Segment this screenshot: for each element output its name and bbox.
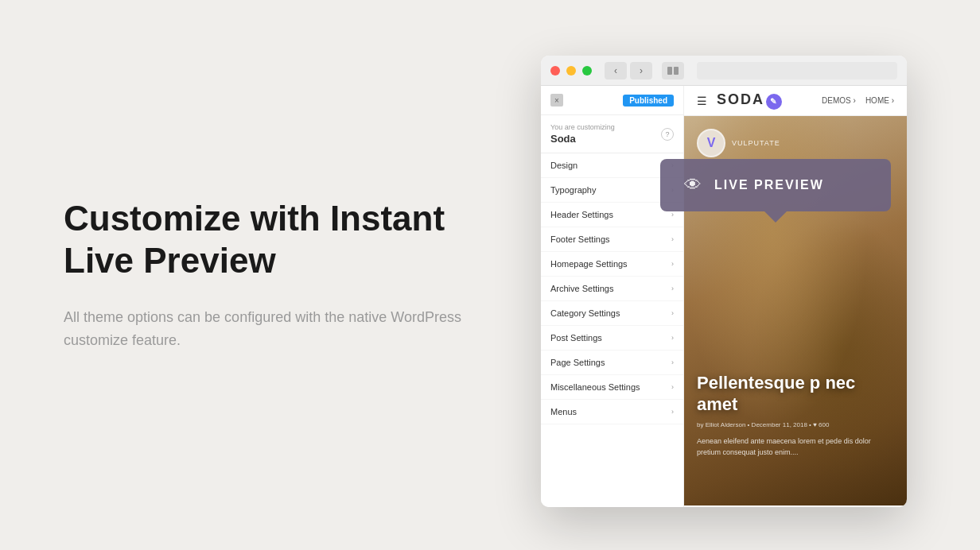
- hero-excerpt: Aenean eleifend ante maecena lorem et pe…: [697, 436, 894, 458]
- svg-rect-0: [667, 67, 672, 75]
- hamburger-icon[interactable]: ☰: [697, 95, 707, 107]
- left-section: Customize with Instant Live Preview All …: [0, 150, 541, 399]
- chevron-right-icon: ›: [671, 211, 674, 219]
- website-preview: ☰ SODA✎ DEMOS › HOME › V VULPUTATE: [684, 86, 907, 507]
- wp-navbar: ☰ SODA✎ DEMOS › HOME ›: [684, 86, 907, 116]
- nav-home[interactable]: HOME ›: [865, 96, 894, 105]
- svg-rect-1: [674, 67, 679, 75]
- live-preview-tooltip: 👁 LIVE PREVIEW: [660, 159, 891, 211]
- eye-icon: 👁: [684, 175, 702, 196]
- tooltip-label: LIVE PREVIEW: [714, 178, 824, 192]
- chevron-right-icon: ›: [671, 334, 674, 342]
- traffic-light-green[interactable]: [582, 66, 592, 76]
- published-badge: Published: [623, 95, 674, 107]
- split-view-button[interactable]: [662, 62, 684, 79]
- chevron-right-icon: ›: [671, 358, 674, 366]
- menu-item[interactable]: Category Settings ›: [541, 301, 683, 326]
- browser-nav-buttons: ‹ ›: [605, 62, 652, 79]
- chevron-right-icon: ›: [671, 235, 674, 243]
- menu-item-label: Design: [550, 161, 578, 170]
- menu-item-label: Header Settings: [550, 210, 613, 219]
- menu-item-label: Footer Settings: [550, 234, 610, 244]
- chevron-right-icon: ›: [671, 408, 674, 416]
- back-button[interactable]: ‹: [605, 62, 627, 79]
- menu-item[interactable]: Miscellaneous Settings ›: [541, 375, 683, 400]
- customizer-close-button[interactable]: ×: [550, 94, 563, 107]
- logo-icon: ✎: [766, 94, 782, 110]
- menu-item-label: Category Settings: [550, 308, 620, 318]
- avatar: V: [697, 129, 725, 157]
- chevron-right-icon: ›: [671, 309, 674, 317]
- nav-demos[interactable]: DEMOS ›: [822, 96, 856, 105]
- traffic-light-yellow[interactable]: [566, 66, 576, 76]
- help-button[interactable]: ?: [661, 128, 674, 141]
- hero-title: Pellentesque p nec amet: [697, 373, 894, 415]
- menu-item[interactable]: Homepage Settings ›: [541, 252, 683, 277]
- menu-item[interactable]: Menus ›: [541, 400, 683, 424]
- avatar-section: V VULPUTATE: [684, 129, 907, 157]
- sub-text: All theme options can be configured with…: [64, 306, 461, 352]
- main-heading: Customize with Instant Live Preview: [64, 198, 477, 282]
- menu-item-label: Miscellaneous Settings: [550, 382, 640, 392]
- menu-item[interactable]: Archive Settings ›: [541, 277, 683, 301]
- browser-mockup: ‹ › × Published You a: [541, 56, 907, 507]
- browser-content: × Published You are customizing Soda ? D…: [541, 86, 907, 507]
- right-section: ‹ › × Published You a: [541, 0, 980, 550]
- browser-titlebar: ‹ ›: [541, 56, 907, 86]
- menu-item-label: Homepage Settings: [550, 259, 628, 269]
- menu-item-label: Typography: [550, 185, 596, 195]
- url-bar[interactable]: [697, 62, 897, 79]
- customizer-subtitle: You are customizing: [550, 123, 615, 131]
- menu-item[interactable]: Footer Settings ›: [541, 227, 683, 252]
- chevron-right-icon: ›: [671, 285, 674, 292]
- wp-nav-links: DEMOS › HOME ›: [822, 96, 894, 105]
- menu-item-label: Menus: [550, 407, 577, 416]
- customizer-info: You are customizing Soda: [550, 123, 615, 145]
- menu-item-label: Archive Settings: [550, 284, 613, 293]
- customizer-title-section: You are customizing Soda ?: [541, 115, 683, 153]
- menu-item[interactable]: Post Settings ›: [541, 326, 683, 351]
- chevron-right-icon: ›: [671, 383, 674, 391]
- tooltip-box: 👁 LIVE PREVIEW: [660, 159, 891, 211]
- customizer-header: × Published: [541, 86, 683, 115]
- site-logo: SODA✎: [717, 91, 782, 110]
- menu-item[interactable]: Page Settings ›: [541, 351, 683, 375]
- customizer-panel: × Published You are customizing Soda ? D…: [541, 86, 684, 507]
- menu-item-label: Post Settings: [550, 333, 602, 343]
- chevron-right-icon: ›: [671, 260, 674, 268]
- customizer-site-name: Soda: [550, 133, 615, 145]
- hero-content: Pellentesque p nec amet by Elliot Alders…: [697, 373, 894, 458]
- avatar-label: VULPUTATE: [732, 139, 780, 147]
- menu-item-label: Page Settings: [550, 358, 605, 367]
- forward-button[interactable]: ›: [630, 62, 652, 79]
- hero-meta: by Elliot Alderson • December 11, 2018 •…: [697, 421, 894, 428]
- traffic-light-red[interactable]: [550, 66, 560, 76]
